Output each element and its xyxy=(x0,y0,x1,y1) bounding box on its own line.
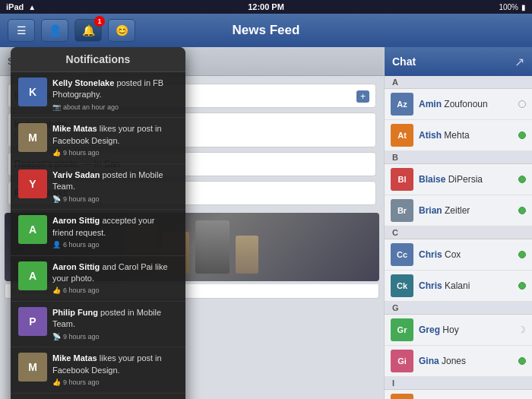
notif-avatar-2: M xyxy=(18,123,47,152)
status-online-gina xyxy=(518,357,526,365)
chat-item-brian[interactable]: Br Brian Zeitler xyxy=(385,195,532,226)
camera-icon: 📷 xyxy=(52,103,61,112)
chat-name-chriscox: Chris Cox xyxy=(419,249,513,260)
chat-name-amin: Amin Zoufonoun xyxy=(419,99,513,109)
notif-item-8[interactable]: Y Yariv Sadan posted in Mobile Team. 📡 3… xyxy=(11,394,185,399)
notif-avatar-4: A xyxy=(18,215,47,244)
chat-avatar-chrisk: Ck xyxy=(391,274,413,297)
add-icon: + xyxy=(356,90,369,103)
notification-panel: Notifications K Kelly Stonelake posted i… xyxy=(11,47,185,399)
wifi-icon: ▲ xyxy=(28,3,36,11)
notif-avatar-1: K xyxy=(18,78,47,106)
notif-text-5: Aaron Sittig and Carol Pai like your pho… xyxy=(52,261,178,296)
chat-title: Chat xyxy=(392,55,416,68)
profile-icon: 😊 xyxy=(116,24,128,36)
notif-text-7: Mike Matas likes your post in Facebook D… xyxy=(52,353,178,387)
thumbsup-icon-2: 👍 xyxy=(52,148,61,158)
status-moon-greg: ☽ xyxy=(518,325,526,335)
notif-item-7[interactable]: M Mike Matas likes your post in Facebook… xyxy=(11,347,185,393)
notif-text-3: Yariv Sadan posted in Mobile Team. 📡 9 h… xyxy=(52,169,178,204)
menu-button[interactable]: ☰ xyxy=(8,19,35,42)
chat-item-gina[interactable]: Gi Gina Jones xyxy=(385,346,532,377)
chat-name-greg: Greg Hoy xyxy=(419,325,512,335)
chat-section-b: B xyxy=(385,151,532,164)
chat-list: A Az Amin Zoufonoun At Atish Mehta B Bl … xyxy=(385,76,532,399)
notif-avatar-3: Y xyxy=(18,169,47,198)
chat-name-chrisk: Chris Kalani xyxy=(419,280,513,291)
chat-section-a: A xyxy=(385,76,532,89)
notif-item-2[interactable]: M Mike Matas likes your post in Facebook… xyxy=(11,118,185,163)
chat-avatar-chriscox: Cc xyxy=(391,243,413,266)
chat-section-g: G xyxy=(385,302,532,315)
status-time: 12:00 PM xyxy=(248,2,284,11)
feed-area: Status 📍 Check In from Rdio + kruta's ph… xyxy=(0,47,384,399)
chat-section-c: C xyxy=(385,226,532,239)
chat-avatar-atish: At xyxy=(391,124,413,147)
chat-name-gina: Gina Jones xyxy=(419,356,513,366)
chat-share-button[interactable]: ↗ xyxy=(515,55,524,69)
status-online-blaise xyxy=(518,176,526,183)
notif-item-6[interactable]: P Philip Fung posted in Mobile Team. 📡 9… xyxy=(11,302,185,347)
chat-avatar-gina: Gi xyxy=(391,350,413,372)
battery-label: 100% xyxy=(499,3,518,11)
chat-name-brian: Brian Zeitler xyxy=(419,205,513,216)
profile-button[interactable]: 😊 xyxy=(108,19,135,42)
notif-item-1[interactable]: K Kelly Stonelake posted in FB Photograp… xyxy=(11,72,185,118)
thumbsup-icon-5: 👍 xyxy=(52,286,61,296)
mobile-icon-3: 📡 xyxy=(52,195,61,204)
page-title: News Feed xyxy=(233,23,300,38)
notification-badge: 1 xyxy=(94,16,105,27)
friends-icon: 👤 xyxy=(49,24,62,36)
menu-icon: ☰ xyxy=(17,24,27,36)
notif-text-6: Philip Fung posted in Mobile Team. 📡 9 h… xyxy=(52,307,178,341)
main-content: Status 📍 Check In from Rdio + kruta's ph… xyxy=(0,47,532,399)
chat-item-chrisk[interactable]: Ck Chris Kalani xyxy=(385,271,532,302)
friends-button[interactable]: 👤 xyxy=(41,19,68,42)
chat-item-blaise[interactable]: Bl Blaise DiPersia xyxy=(385,164,532,195)
carrier-label: iPad xyxy=(6,2,24,11)
notif-avatar-5: A xyxy=(18,261,47,290)
notif-avatar-6: P xyxy=(18,307,47,336)
chat-header: Chat ↗ xyxy=(385,47,532,76)
chat-avatar-greg: Gr xyxy=(391,318,413,341)
status-online-atish xyxy=(518,131,526,139)
notif-text-1: Kelly Stonelake posted in FB Photography… xyxy=(52,78,178,112)
notification-panel-title: Notifications xyxy=(11,47,185,72)
chat-item-atish[interactable]: At Atish Mehta xyxy=(385,120,532,151)
chat-avatar-blaise: Bl xyxy=(391,168,413,191)
status-online-brian xyxy=(518,207,526,214)
chat-section-i: I xyxy=(385,377,532,390)
battery-icon: ▮ xyxy=(521,3,526,11)
main-header: ☰ 👤 🔔 1 😊 News Feed xyxy=(0,14,532,47)
notif-item-3[interactable]: Y Yariv Sadan posted in Mobile Team. 📡 9… xyxy=(11,164,185,210)
chat-avatar-brian: Br xyxy=(391,199,413,222)
status-away-amin xyxy=(518,100,526,108)
chat-avatar-isaac: Is xyxy=(391,394,413,399)
status-online-chrisk xyxy=(518,282,526,290)
friend-icon: 👤 xyxy=(52,240,61,250)
chat-item-amin[interactable]: Az Amin Zoufonoun xyxy=(385,89,532,120)
bell-icon: 🔔 xyxy=(82,24,95,36)
chat-panel: Chat ↗ A Az Amin Zoufonoun At Atish Meht… xyxy=(384,47,532,399)
notif-text-2: Mike Matas likes your post in Facebook D… xyxy=(52,123,178,157)
notif-item-4[interactable]: A Aaron Sittig accepted your friend requ… xyxy=(11,210,185,255)
notif-avatar-7: M xyxy=(18,353,47,382)
notif-text-4: Aaron Sittig accepted your friend reques… xyxy=(52,215,178,249)
chat-name-blaise: Blaise DiPersia xyxy=(419,174,513,185)
chat-item-greg[interactable]: Gr Greg Hoy ☽ xyxy=(385,315,532,346)
notif-item-5[interactable]: A Aaron Sittig and Carol Pai like your p… xyxy=(11,256,185,302)
thumbsup-icon-7: 👍 xyxy=(52,378,61,388)
status-online-chriscox xyxy=(518,251,526,258)
notifications-button[interactable]: 🔔 1 xyxy=(74,19,102,42)
chat-name-atish: Atish Mehta xyxy=(419,130,513,141)
chat-item-isaac[interactable]: Is Isaac Salier-Hellendag xyxy=(385,390,532,399)
mobile-icon-6: 📡 xyxy=(52,332,61,342)
chat-item-chriscox[interactable]: Cc Chris Cox xyxy=(385,239,532,271)
chat-avatar-amin: Az xyxy=(391,93,413,116)
status-bar: iPad ▲ 12:00 PM 100% ▮ xyxy=(0,0,532,14)
